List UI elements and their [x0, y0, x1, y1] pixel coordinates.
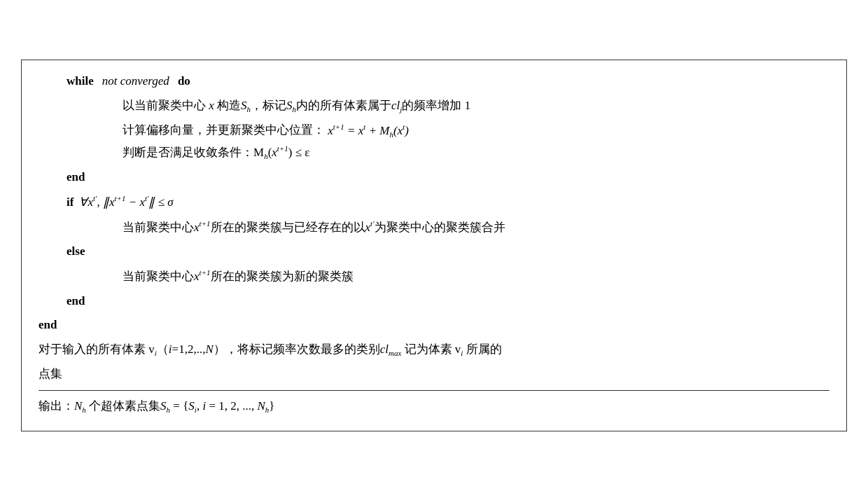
step1-text2: 构造Sh，标记Sh内的所有体素属于clj的频率增加 1: [217, 96, 470, 116]
step2-text: 计算偏移向量，并更新聚类中心位置：: [122, 120, 325, 141]
for-line-cont: 点集: [38, 364, 830, 385]
for-text: 对于输入的所有体素 vi（i=1,2,..,N），将标记频率次数最多的类别clm…: [38, 340, 502, 360]
while-line: while not converged do: [38, 71, 830, 92]
do-keyword: do: [178, 71, 190, 92]
step1-math-x: x: [206, 96, 217, 116]
step3-line: 判断是否满足收敛条件：Mh(xt+1) ≤ ε: [38, 142, 830, 163]
for-line: 对于输入的所有体素 vi（i=1,2,..,N），将标记频率次数最多的类别clm…: [38, 340, 830, 360]
if-math: ∀xt′, ‖xt+1 − xt′‖ ≤ σ: [79, 192, 173, 213]
end1-line: end: [38, 167, 830, 188]
step1-line: 以当前聚类中心 x 构造Sh，标记Sh内的所有体素属于clj的频率增加 1: [38, 96, 830, 116]
outer-end-line: end: [38, 315, 830, 336]
not-converged-text: not converged: [102, 71, 169, 92]
algorithm-container: while not converged do 以当前聚类中心 x 构造Sh，标记…: [21, 60, 847, 432]
for-text-cont: 点集: [38, 364, 62, 385]
while-keyword: while: [66, 71, 94, 92]
step1-text: 以当前聚类中心: [122, 96, 206, 116]
else-body-line: 当前聚类中心xt+1所在的聚类簇为新的聚类簇: [38, 266, 830, 287]
else-keyword: else: [66, 242, 85, 262]
then-line: 当前聚类中心xt+1所在的聚类簇与已经存在的以xt′为聚类中心的聚类簇合并: [38, 217, 830, 238]
step3-text: 判断是否满足收敛条件：Mh(xt+1) ≤ ε: [122, 142, 309, 163]
end1-keyword: end: [66, 167, 85, 188]
output-line: 输出：Nh 个超体素点集Sh = {Si, i = 1, 2, ..., Nh}: [38, 396, 830, 417]
outer-end-keyword: end: [38, 315, 57, 336]
end2-line: end: [38, 291, 830, 312]
if-line: if ∀xt′, ‖xt+1 − xt′‖ ≤ σ: [38, 192, 830, 213]
separator: [38, 390, 830, 391]
else-text: 当前聚类中心xt+1所在的聚类簇为新的聚类簇: [122, 266, 354, 287]
if-keyword: if: [66, 193, 74, 213]
output-text: 输出：Nh 个超体素点集Sh = {Si, i = 1, 2, ..., Nh}: [38, 396, 275, 417]
step2-line: 计算偏移向量，并更新聚类中心位置： xt+1 = xt + Mh(xt): [38, 120, 830, 141]
end2-keyword: end: [66, 291, 85, 312]
step2-math: xt+1 = xt + Mh(xt): [325, 120, 409, 141]
else-line: else: [38, 242, 830, 262]
then-text: 当前聚类中心xt+1所在的聚类簇与已经存在的以xt′为聚类中心的聚类簇合并: [122, 217, 505, 238]
